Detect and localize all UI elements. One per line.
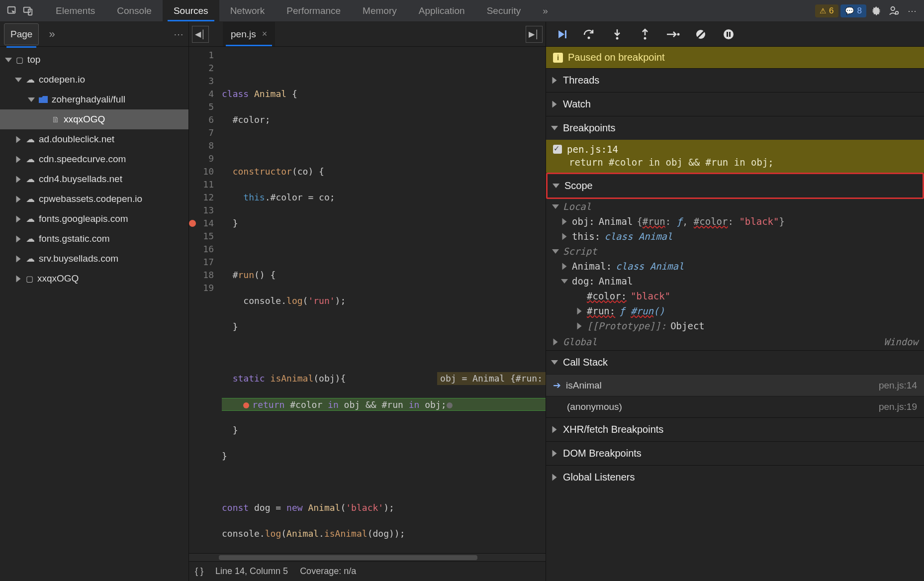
tree-label: xxqxOGQ [64,114,105,125]
svg-rect-0 [8,6,15,13]
close-tab-icon[interactable]: × [262,29,268,39]
step-over-icon[interactable] [582,27,597,42]
tab-console[interactable]: Console [106,0,163,21]
scope-global-header[interactable]: Global Window [546,333,924,350]
scope-prop-proto[interactable]: [[Prototype]]: Object [546,318,924,333]
callstack-frame[interactable]: ➔isAnimal pen.js:14 [546,374,924,396]
tab-sources[interactable]: Sources [163,0,219,21]
tree-domain[interactable]: cpwebassets.codepen.io [0,189,188,209]
inline-value-hint: obj = Animal {#run: [437,372,546,385]
cloud-icon [26,194,35,204]
navigator-pane: Page » ⋯ top codepen.io zoherghadyali/fu… [0,22,189,581]
tree-domain[interactable]: fonts.gstatic.com [0,229,188,249]
tree-label: srv.buysellads.com [39,253,118,264]
tree-file-selected[interactable]: xxqxOGQ [0,109,188,129]
svg-point-8 [616,37,619,39]
scope-prop-color[interactable]: #color: "black" [546,289,924,303]
frame-icon [26,273,33,284]
cloud-icon [26,233,35,244]
tree-domain[interactable]: cdn4.buysellads.net [0,169,188,189]
scope-var-dog[interactable]: dog: Animal [546,274,924,289]
tree-domain[interactable]: ad.doubleclick.net [0,129,188,149]
editor-tab[interactable]: pen.js × [223,22,275,46]
code-editor[interactable]: 1234 5678 9101112 13141516 171819 class … [189,47,546,553]
tree-label: codepen.io [39,74,85,85]
kebab-menu-icon[interactable]: ⋯ [904,3,920,19]
devtools-topbar: Elements Console Sources Network Perform… [0,0,924,22]
tree-domain[interactable]: cdn.speedcurve.com [0,149,188,169]
gutter[interactable]: 1234 5678 9101112 13141516 171819 [189,47,218,553]
section-global-listeners[interactable]: Global Listeners [546,465,924,489]
section-xhr-breakpoints[interactable]: XHR/fetch Breakpoints [546,417,924,441]
section-breakpoints[interactable]: Breakpoints [546,116,924,140]
scope-var-animal[interactable]: Animal: class Animal [546,259,924,274]
editor-statusbar: { } Line 14, Column 5 Coverage: n/a [189,561,546,581]
section-dom-breakpoints[interactable]: DOM Breakpoints [546,441,924,465]
scope-local-header[interactable]: Local [546,199,924,214]
tree-label: cdn.speedcurve.com [39,154,126,165]
step-out-icon[interactable] [638,27,652,42]
scope-var-this[interactable]: this: class Animal [546,229,924,244]
frame-icon [16,54,23,65]
step-icon[interactable] [665,27,680,42]
section-watch[interactable]: Watch [546,92,924,116]
svg-rect-15 [729,32,731,37]
messages-badge[interactable]: 8 [840,4,866,17]
callstack-frame[interactable]: (anonymous) pen.js:19 [546,396,924,417]
tabs-overflow-icon[interactable]: » [532,0,559,21]
tree-folder[interactable]: zoherghadyali/full [0,90,188,109]
breakpoint-checkbox[interactable] [553,145,562,154]
code-body[interactable]: class Animal { #color; constructor(co) {… [218,47,546,553]
tab-security[interactable]: Security [476,0,532,21]
svg-point-9 [644,37,647,39]
resume-icon[interactable] [554,27,569,42]
paused-banner: Paused on breakpoint [546,47,924,68]
breakpoint-marker-icon [447,402,453,408]
svg-point-10 [677,33,680,35]
step-into-icon[interactable] [610,27,625,42]
section-scope[interactable]: Scope [546,173,924,199]
tree-domain-codepen[interactable]: codepen.io [0,70,188,90]
tab-application[interactable]: Application [408,0,476,21]
navigator-tabs-overflow-icon[interactable]: » [49,28,55,41]
toggle-debugger-icon[interactable]: ▶│ [526,26,543,43]
tab-performance[interactable]: Performance [276,0,352,21]
tab-memory[interactable]: Memory [352,0,408,21]
warnings-badge[interactable]: 6 [815,4,838,17]
svg-point-4 [891,6,895,10]
svg-rect-14 [727,32,728,37]
tree-frame-top[interactable]: top [0,50,188,70]
navigator-tab-page[interactable]: Page [4,23,39,45]
tab-network[interactable]: Network [219,0,276,21]
toggle-navigator-icon[interactable]: ◀│ [192,26,209,43]
scope-script-header[interactable]: Script [546,244,924,259]
account-icon[interactable] [886,3,902,19]
tree-domain[interactable]: fonts.googleapis.com [0,209,188,229]
scope-prop-run[interactable]: #run: ƒ #run() [546,303,924,318]
section-threads[interactable]: Threads [546,68,924,92]
cloud-icon [26,174,35,185]
scope-body: Local obj: Animal {#run: ƒ, #color: "bla… [546,199,924,350]
breakpoint-item[interactable]: pen.js:14 return #color in obj && #run i… [546,140,924,173]
svg-point-7 [588,36,590,39]
scope-var-obj[interactable]: obj: Animal {#run: ƒ, #color: "black"} [546,214,924,229]
inspect-element-icon[interactable] [4,3,20,19]
tree-frame-sub[interactable]: xxqxOGQ [0,269,188,289]
deactivate-breakpoints-icon[interactable] [693,27,708,42]
debugger-toolbar [546,22,924,47]
toggle-device-toolbar-icon[interactable] [20,3,36,19]
editor-hscrollbar[interactable] [189,553,546,561]
settings-gear-icon[interactable] [868,3,884,19]
pause-on-exceptions-icon[interactable] [721,27,736,42]
cloud-icon [26,74,35,85]
pretty-print-icon[interactable]: { } [195,566,203,577]
tree-domain[interactable]: srv.buysellads.com [0,249,188,269]
svg-rect-6 [565,30,566,38]
cloud-icon [26,134,35,145]
cloud-icon [26,154,35,165]
tree-label: fonts.gstatic.com [39,233,110,244]
tree-label: top [27,54,40,65]
tab-elements[interactable]: Elements [45,0,106,21]
section-callstack[interactable]: Call Stack [546,350,924,374]
navigator-more-icon[interactable]: ⋯ [174,28,185,40]
